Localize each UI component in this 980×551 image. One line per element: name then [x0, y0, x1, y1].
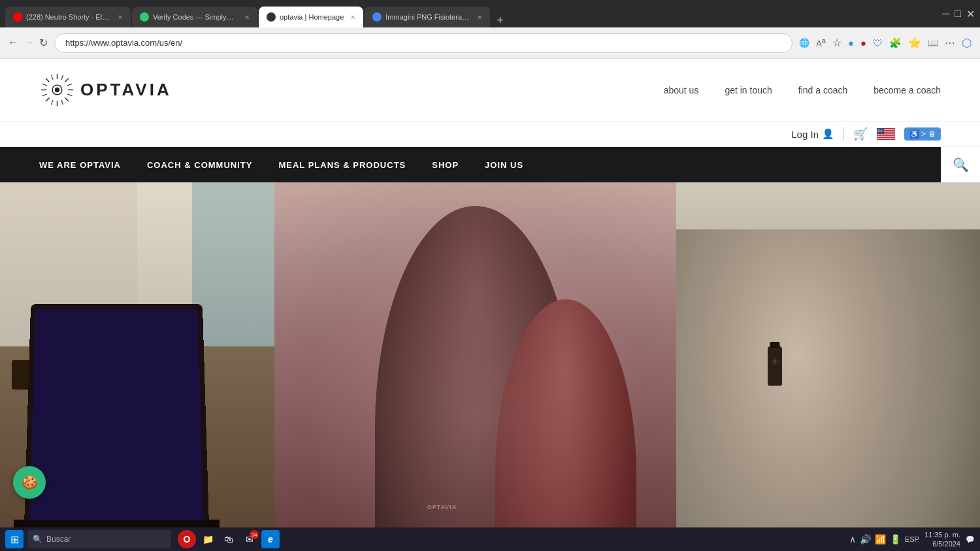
laptop-lid [24, 305, 209, 527]
logo-area[interactable]: OPTAVIA [39, 72, 172, 108]
start-button[interactable]: ⊞ [5, 530, 24, 548]
network-icon[interactable]: 📶 [875, 534, 886, 544]
cart-icon[interactable]: 🛒 [853, 127, 868, 141]
tab-optavia[interactable]: optavia | Homepage ✕ [259, 7, 363, 27]
address-input[interactable] [54, 33, 792, 53]
accessibility-icon: ♿ [909, 129, 919, 139]
svg-point-58 [774, 360, 776, 363]
svg-line-8 [51, 75, 53, 80]
tab-close-btn[interactable]: ✕ [477, 14, 482, 21]
address-bar: ← → ↻ 🌐 Aa ☆ ● ● 🛡 🧩 ⭐ 📖 ⋯ ⬡ [0, 27, 980, 59]
maximize-button[interactable]: □ [955, 8, 961, 20]
nav-we-are-optavia[interactable]: WE ARE OPTAVIA [39, 160, 121, 170]
settings-icon[interactable]: ⋯ [945, 37, 955, 49]
cookie-icon: 🍪 [22, 475, 38, 490]
shield-icon[interactable]: 🛡 [873, 37, 883, 48]
panel-right-bg: PURPOSE Driven Activar Windows Ve a Conf… [676, 182, 980, 527]
search-icon[interactable]: 🔍 [953, 157, 969, 173]
become-a-coach-link[interactable]: become a coach [874, 85, 941, 95]
forward-button[interactable]: → [24, 37, 34, 49]
battery-icon[interactable]: 🔋 [890, 534, 901, 544]
profile-icon[interactable]: ⬡ [962, 36, 972, 50]
bookmark-icon[interactable]: ☆ [832, 37, 841, 49]
new-tab-button[interactable]: + [491, 14, 509, 27]
font-size-icon[interactable]: Aa [816, 37, 826, 48]
email-badge: 34 [250, 530, 259, 539]
tab-close-btn[interactable]: ✕ [118, 14, 123, 21]
extension-icon-4[interactable]: 🧩 [889, 37, 902, 49]
extension-icon-2[interactable]: ● [848, 37, 854, 48]
tab-label: (228) Neutro Shorty - El Re... [26, 13, 111, 21]
tab-youtube[interactable]: (228) Neutro Shorty - El Re... ✕ [5, 7, 131, 27]
accessibility-separator: > [921, 129, 926, 139]
about-us-link[interactable]: about us [664, 85, 699, 95]
browser-tabs: (228) Neutro Shorty - El Re... ✕ Verify … [5, 0, 509, 27]
favorites-icon[interactable]: ⭐ [908, 37, 921, 49]
login-button[interactable]: Log In 👤 [791, 128, 834, 140]
svg-rect-28 [877, 137, 895, 138]
bottle-logo [771, 356, 779, 364]
minimize-button[interactable]: ─ [942, 8, 949, 20]
laptop-screen-display [29, 309, 204, 527]
taskbar-search-icon: 🔍 [33, 535, 42, 544]
nav-meal-plans[interactable]: MEAL PLANS & PRODUCTS [278, 160, 406, 170]
hero-panel-center: OPTAVIA [274, 182, 676, 527]
svg-rect-26 [877, 135, 895, 136]
get-in-touch-link[interactable]: get in touch [725, 85, 772, 95]
tab-close-btn[interactable]: ✕ [350, 14, 355, 21]
nav-join-us[interactable]: JOIN US [485, 160, 523, 170]
clock[interactable]: 11:35 p. m. 6/5/2024 [924, 530, 960, 549]
cookie-consent-button[interactable]: 🍪 [13, 466, 46, 499]
find-a-coach-link[interactable]: find a coach [798, 85, 848, 95]
tab-label: Verify Codes — SimplyCodes [153, 13, 238, 21]
main-navigation: WE ARE OPTAVIA COACH & COMMUNITY MEAL PL… [0, 147, 980, 182]
google-favicon [372, 12, 382, 22]
svg-line-4 [46, 78, 50, 82]
tab-simplycodes[interactable]: Verify Codes — SimplyCodes ✕ [132, 7, 257, 27]
tab-close-btn[interactable]: ✕ [244, 14, 250, 21]
taskbar-search[interactable]: 🔍 Buscar [27, 530, 171, 548]
website-content: OPTAVIA about us get in touch find a coa… [0, 59, 980, 527]
reader-mode-icon[interactable]: 📖 [928, 38, 938, 48]
accessibility-widget[interactable]: ♿ > 🖥 [904, 127, 941, 141]
vertical-divider [843, 127, 844, 141]
close-button[interactable]: ✕ [966, 8, 975, 20]
time-display: 11:35 p. m. [924, 530, 960, 539]
taskbar-edge-icon[interactable]: e [261, 530, 280, 548]
toolbar-icons: 🌐 Aa ☆ ● ● 🛡 🧩 ⭐ 📖 ⋯ ⬡ [799, 36, 972, 50]
bottle-cap-top [770, 342, 779, 348]
reload-button[interactable]: ↻ [39, 37, 48, 49]
taskbar-app-icons: O 📁 🛍 ✉ 34 e [178, 530, 280, 548]
search-box[interactable]: 🔍 [941, 147, 980, 182]
extension-icon-1[interactable]: 🌐 [799, 38, 809, 48]
taskbar-store-icon[interactable]: 🛍 [220, 530, 238, 548]
us-flag-icon[interactable]: ★★★★★★ ★★★★★ ★★★★★★ ★★★★★ [877, 128, 895, 140]
taskbar-email-icon[interactable]: ✉ 34 [240, 530, 259, 548]
nav-coach-community[interactable]: COACH & COMMUNITY [147, 160, 252, 170]
svg-rect-25 [877, 135, 895, 135]
svg-line-14 [67, 84, 72, 86]
screen-icon: 🖥 [928, 129, 936, 139]
svg-line-9 [61, 100, 63, 105]
warmth-overlay [274, 182, 676, 527]
volume-icon[interactable]: 🔊 [860, 534, 871, 544]
date-display: 6/5/2024 [924, 539, 960, 548]
taskbar-folder-icon[interactable]: 📁 [199, 530, 217, 548]
extension-icon-3[interactable]: ● [860, 37, 866, 48]
taskbar-opera-icon[interactable]: O [178, 530, 196, 548]
product-bottle [768, 346, 782, 386]
notification-icon[interactable]: 💬 [966, 535, 975, 544]
expand-icon[interactable]: ∧ [849, 534, 856, 544]
panel-center-bg: OPTAVIA [274, 182, 676, 527]
nav-shop[interactable]: SHOP [432, 160, 459, 170]
header-row1: OPTAVIA about us get in touch find a coa… [0, 59, 980, 121]
svg-point-17 [55, 88, 59, 92]
hero-section: OPTAVIA [0, 182, 980, 527]
language-label: ESP [905, 535, 919, 543]
svg-rect-29 [877, 138, 895, 139]
svg-line-5 [65, 97, 69, 101]
tab-google[interactable]: Immagini PNG Fisioterapia - Sea... ✕ [365, 7, 490, 27]
svg-line-12 [42, 84, 47, 86]
optavia-favicon [267, 12, 276, 22]
back-button[interactable]: ← [8, 37, 18, 49]
